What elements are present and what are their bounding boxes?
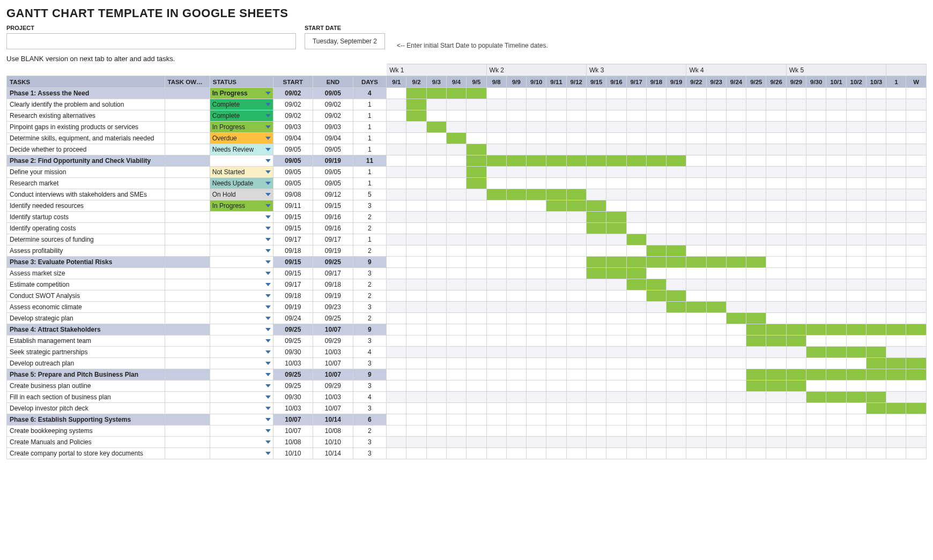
- cell-start[interactable]: 09/18: [273, 290, 313, 302]
- cell-end[interactable]: 09/04: [313, 133, 353, 144]
- cell-days[interactable]: 3: [353, 200, 387, 212]
- task-owner[interactable]: [165, 99, 210, 110]
- cell-end[interactable]: 09/29: [313, 335, 353, 347]
- cell-end[interactable]: 09/15: [313, 200, 353, 212]
- status-dropdown[interactable]: Not Started: [210, 167, 273, 178]
- cell-end[interactable]: 10/07: [313, 358, 353, 369]
- status-dropdown[interactable]: [210, 414, 273, 425]
- task-name[interactable]: Determine sources of funding: [7, 234, 165, 245]
- task-row[interactable]: Determine skills, equipment, and materia…: [7, 133, 927, 144]
- task-row[interactable]: Assess economic climate09/1909/233: [7, 302, 927, 313]
- status-dropdown[interactable]: [210, 257, 273, 268]
- task-row[interactable]: Seek strategic partnerships09/3010/034: [7, 347, 927, 358]
- cell-start[interactable]: 09/24: [273, 313, 313, 324]
- cell-end[interactable]: 10/14: [313, 414, 353, 425]
- cell-start[interactable]: 09/15: [273, 212, 313, 223]
- task-row[interactable]: Assess profitability09/1809/192: [7, 245, 927, 257]
- cell-start[interactable]: 09/25: [273, 369, 313, 380]
- status-dropdown[interactable]: [210, 347, 273, 358]
- task-owner[interactable]: [165, 347, 210, 358]
- cell-end[interactable]: 09/02: [313, 110, 353, 122]
- task-name[interactable]: Phase 2: Find Opportunity and Check Viab…: [7, 155, 165, 167]
- task-row[interactable]: Conduct interviews with stakeholders and…: [7, 189, 927, 200]
- cell-end[interactable]: 09/25: [313, 313, 353, 324]
- task-row[interactable]: Create bookkeeping systems10/0710/082: [7, 425, 927, 437]
- task-owner[interactable]: [165, 257, 210, 268]
- cell-days[interactable]: 5: [353, 189, 387, 200]
- cell-end[interactable]: 09/18: [313, 279, 353, 290]
- task-name[interactable]: Conduct SWOT Analysis: [7, 290, 165, 302]
- cell-end[interactable]: 10/07: [313, 324, 353, 335]
- cell-start[interactable]: 09/15: [273, 223, 313, 234]
- status-dropdown[interactable]: Complete: [210, 110, 273, 122]
- cell-start[interactable]: 09/05: [273, 155, 313, 167]
- cell-start[interactable]: 10/07: [273, 425, 313, 437]
- task-owner[interactable]: [165, 414, 210, 425]
- task-owner[interactable]: [165, 358, 210, 369]
- status-dropdown[interactable]: [210, 279, 273, 290]
- cell-days[interactable]: 2: [353, 425, 387, 437]
- task-owner[interactable]: [165, 245, 210, 257]
- cell-days[interactable]: 3: [353, 358, 387, 369]
- task-row[interactable]: Estimate competition09/1709/182: [7, 279, 927, 290]
- status-dropdown[interactable]: Needs Review: [210, 144, 273, 155]
- cell-days[interactable]: 1: [353, 122, 387, 133]
- task-row[interactable]: Identify needed resourcesIn Progress09/1…: [7, 200, 927, 212]
- cell-start[interactable]: 09/05: [273, 167, 313, 178]
- cell-days[interactable]: 1: [353, 234, 387, 245]
- task-row[interactable]: Define your missionNot Started09/0509/05…: [7, 167, 927, 178]
- task-owner[interactable]: [165, 425, 210, 437]
- status-dropdown[interactable]: [210, 313, 273, 324]
- status-dropdown[interactable]: In Progress: [210, 88, 273, 99]
- cell-start[interactable]: 09/17: [273, 279, 313, 290]
- task-name[interactable]: Identify needed resources: [7, 200, 165, 212]
- cell-end[interactable]: 09/29: [313, 380, 353, 392]
- cell-start[interactable]: 09/05: [273, 178, 313, 189]
- task-row[interactable]: Identify operating costs09/1509/162: [7, 223, 927, 234]
- task-row[interactable]: Pinpoint gaps in existing products or se…: [7, 122, 927, 133]
- task-row[interactable]: Determine sources of funding09/1709/171: [7, 234, 927, 245]
- phase-row[interactable]: Phase 4: Attract Stakeholders09/2510/079: [7, 324, 927, 335]
- cell-start[interactable]: 09/15: [273, 268, 313, 279]
- cell-start[interactable]: 09/05: [273, 144, 313, 155]
- cell-start[interactable]: 09/18: [273, 245, 313, 257]
- cell-days[interactable]: 11: [353, 155, 387, 167]
- cell-days[interactable]: 1: [353, 178, 387, 189]
- cell-days[interactable]: 4: [353, 347, 387, 358]
- task-owner[interactable]: [165, 234, 210, 245]
- cell-end[interactable]: 10/07: [313, 403, 353, 414]
- task-owner[interactable]: [165, 403, 210, 414]
- cell-days[interactable]: 2: [353, 245, 387, 257]
- task-name[interactable]: Identify startup costs: [7, 212, 165, 223]
- cell-start[interactable]: 09/15: [273, 257, 313, 268]
- task-owner[interactable]: [165, 178, 210, 189]
- status-dropdown[interactable]: [210, 392, 273, 403]
- cell-end[interactable]: 09/16: [313, 212, 353, 223]
- task-name[interactable]: Decide whether to proceed: [7, 144, 165, 155]
- cell-start[interactable]: 09/17: [273, 234, 313, 245]
- phase-row[interactable]: Phase 5: Prepare and Pitch Business Plan…: [7, 369, 927, 380]
- status-dropdown[interactable]: [210, 223, 273, 234]
- status-dropdown[interactable]: [210, 212, 273, 223]
- task-row[interactable]: Research existing alternativesComplete09…: [7, 110, 927, 122]
- cell-end[interactable]: 09/12: [313, 189, 353, 200]
- cell-end[interactable]: 09/05: [313, 178, 353, 189]
- cell-days[interactable]: 3: [353, 335, 387, 347]
- cell-days[interactable]: 3: [353, 268, 387, 279]
- task-row[interactable]: Research marketNeeds Update09/0509/051: [7, 178, 927, 189]
- status-dropdown[interactable]: [210, 290, 273, 302]
- status-dropdown[interactable]: [210, 380, 273, 392]
- cell-days[interactable]: 3: [353, 437, 387, 448]
- cell-days[interactable]: 1: [353, 144, 387, 155]
- cell-start[interactable]: 10/03: [273, 358, 313, 369]
- cell-end[interactable]: 09/16: [313, 223, 353, 234]
- task-owner[interactable]: [165, 448, 210, 459]
- cell-end[interactable]: 09/23: [313, 302, 353, 313]
- cell-end[interactable]: 09/25: [313, 257, 353, 268]
- cell-days[interactable]: 2: [353, 279, 387, 290]
- task-row[interactable]: Decide whether to proceedNeeds Review09/…: [7, 144, 927, 155]
- task-name[interactable]: Pinpoint gaps in existing products or se…: [7, 122, 165, 133]
- task-name[interactable]: Assess profitability: [7, 245, 165, 257]
- cell-start[interactable]: 10/07: [273, 414, 313, 425]
- status-dropdown[interactable]: [210, 268, 273, 279]
